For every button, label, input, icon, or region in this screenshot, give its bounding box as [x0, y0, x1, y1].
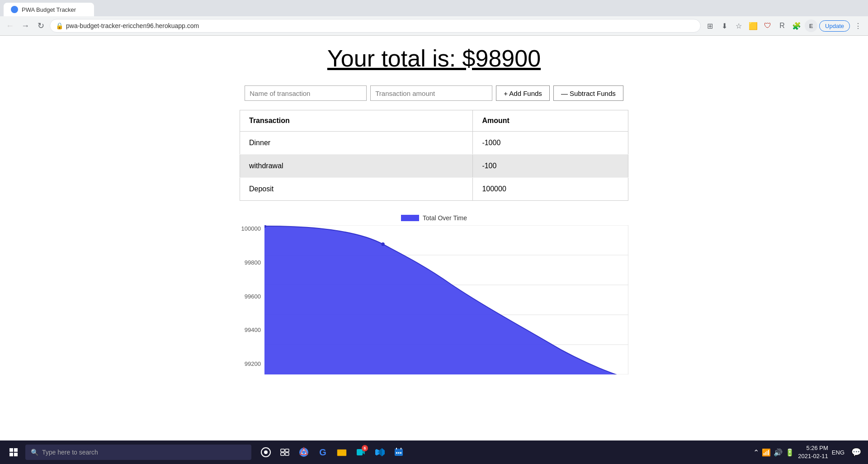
taskbar-app-icons: G 6: [257, 443, 408, 461]
url-text: pwa-budget-tracker-ericchen96.herokuapp.…: [66, 22, 695, 29]
transaction-amount-cell: -100: [473, 155, 628, 178]
back-button[interactable]: ←: [4, 19, 16, 32]
browser-chrome: PWA Budget Tracker ← → ↻ 🔒 pwa-budget-tr…: [0, 0, 868, 36]
chart-legend: Total Over Time: [240, 214, 628, 222]
transaction-form: + Add Funds — Subtract Funds: [240, 85, 628, 101]
chart-svg-wrapper: 10000099800996009940099200: [240, 225, 628, 376]
svg-rect-27: [401, 448, 401, 450]
table-row: withdrawal-100: [240, 155, 628, 178]
svg-rect-30: [400, 452, 401, 454]
active-tab[interactable]: PWA Budget Tracker: [4, 3, 94, 16]
page-title: Your total is: $98900: [240, 45, 628, 72]
notification-button[interactable]: 💬: [848, 444, 864, 460]
taskbar-icon-cortana[interactable]: [257, 443, 275, 461]
taskbar-icon-meet[interactable]: 6: [352, 443, 370, 461]
chart-svg: [264, 225, 628, 374]
time: 5:26 PM: [798, 444, 828, 452]
extensions-icon[interactable]: ⊞: [703, 19, 716, 32]
taskbar-icon-google[interactable]: G: [314, 443, 332, 461]
taskbar-icon-taskview[interactable]: [276, 443, 294, 461]
time-display: 5:26 PM 2021-02-11: [798, 444, 828, 460]
svg-marker-23: [379, 448, 382, 456]
windows-icon: [9, 448, 18, 456]
taskbar-icon-explorer[interactable]: [333, 443, 351, 461]
col-header-amount: Amount: [473, 110, 628, 132]
forward-button[interactable]: →: [19, 19, 32, 32]
legend-label: Total Over Time: [423, 214, 467, 222]
svg-rect-29: [398, 452, 400, 454]
system-icons: ⌃ 📶 🔊 🔋: [753, 448, 794, 457]
svg-rect-19: [357, 449, 363, 455]
menu-icon[interactable]: ⋮: [852, 19, 864, 32]
extension2-icon[interactable]: 🛡: [761, 19, 774, 32]
y-axis-label: 100000: [240, 225, 261, 232]
meet-badge: 6: [362, 445, 368, 451]
address-bar[interactable]: 🔒 pwa-budget-tracker-ericchen96.herokuap…: [50, 19, 701, 33]
taskbar-icon-vscode[interactable]: [371, 443, 389, 461]
search-icon: 🔍: [31, 449, 38, 456]
transaction-name-cell: Deposit: [240, 178, 473, 201]
search-placeholder: Type here to search: [42, 449, 98, 456]
toolbar-icons: ⊞ ⬇ ☆ 🟨 🛡 R 🧩 E Update ⋮: [703, 19, 864, 32]
y-axis-label: 99800: [240, 259, 261, 266]
svg-rect-25: [395, 449, 403, 451]
transaction-name-cell: withdrawal: [240, 155, 473, 178]
update-button[interactable]: Update: [819, 20, 850, 32]
download-icon[interactable]: ⬇: [718, 19, 731, 32]
browser-toolbar: ← → ↻ 🔒 pwa-budget-tracker-ericchen96.he…: [0, 16, 868, 35]
col-header-transaction: Transaction: [240, 110, 473, 132]
y-axis-label: 99600: [240, 293, 261, 300]
chart-container: Total Over Time 100000998009960099400992…: [240, 214, 628, 386]
tab-favicon: [11, 6, 18, 13]
svg-rect-14: [285, 453, 289, 455]
taskbar: 🔍 Type here to search: [0, 440, 868, 464]
chevron-up-icon[interactable]: ⌃: [753, 448, 759, 457]
taskbar-icon-chrome[interactable]: [295, 443, 313, 461]
puzzle-icon[interactable]: 🧩: [790, 19, 803, 32]
battery-icon: 🔋: [785, 448, 794, 457]
transaction-amount-cell: 100000: [473, 178, 628, 201]
y-axis-label: 99400: [240, 327, 261, 333]
network-icon: 📶: [762, 448, 771, 457]
start-button[interactable]: [4, 442, 24, 462]
legend-color: [401, 215, 419, 221]
subtract-funds-button[interactable]: — Subtract Funds: [553, 85, 623, 101]
tab-title: PWA Budget Tracker: [22, 6, 76, 13]
profile-button[interactable]: E: [805, 19, 817, 32]
lock-icon: 🔒: [56, 22, 63, 29]
bookmark-icon[interactable]: ☆: [732, 19, 745, 32]
svg-point-10: [264, 450, 268, 454]
reload-button[interactable]: ↻: [34, 19, 47, 32]
chart-svg-area: [264, 225, 628, 376]
taskbar-search[interactable]: 🔍 Type here to search: [25, 445, 251, 460]
extension1-icon[interactable]: 🟨: [747, 19, 760, 32]
table-row: Dinner-1000: [240, 132, 628, 155]
svg-rect-28: [396, 452, 397, 454]
name-input[interactable]: [245, 85, 367, 101]
taskbar-icon-calendar[interactable]: [390, 443, 408, 461]
lang-indicator: ENG: [832, 449, 844, 456]
transaction-name-cell: Dinner: [240, 132, 473, 155]
y-axis-labels: 10000099800996009940099200: [240, 225, 264, 376]
date: 2021-02-11: [798, 452, 828, 460]
extension3-icon[interactable]: R: [776, 19, 788, 32]
transaction-amount-cell: -1000: [473, 132, 628, 155]
speaker-icon: 🔊: [774, 448, 783, 457]
svg-rect-12: [285, 449, 289, 452]
y-axis-label: 99200: [240, 360, 261, 367]
svg-rect-18: [337, 450, 346, 456]
page-content: Your total is: $98900 + Add Funds — Subt…: [0, 36, 868, 440]
svg-rect-13: [281, 453, 284, 455]
browser-tabs: PWA Budget Tracker: [0, 0, 868, 16]
taskbar-right: ⌃ 📶 🔊 🔋 5:26 PM 2021-02-11 ENG 💬: [753, 444, 864, 460]
svg-point-8: [381, 242, 384, 246]
svg-rect-11: [281, 449, 284, 452]
transaction-table: Transaction Amount Dinner-1000withdrawal…: [240, 110, 628, 201]
add-funds-button[interactable]: + Add Funds: [496, 85, 550, 101]
table-row: Deposit100000: [240, 178, 628, 201]
svg-rect-26: [396, 448, 397, 450]
amount-input[interactable]: [370, 85, 492, 101]
